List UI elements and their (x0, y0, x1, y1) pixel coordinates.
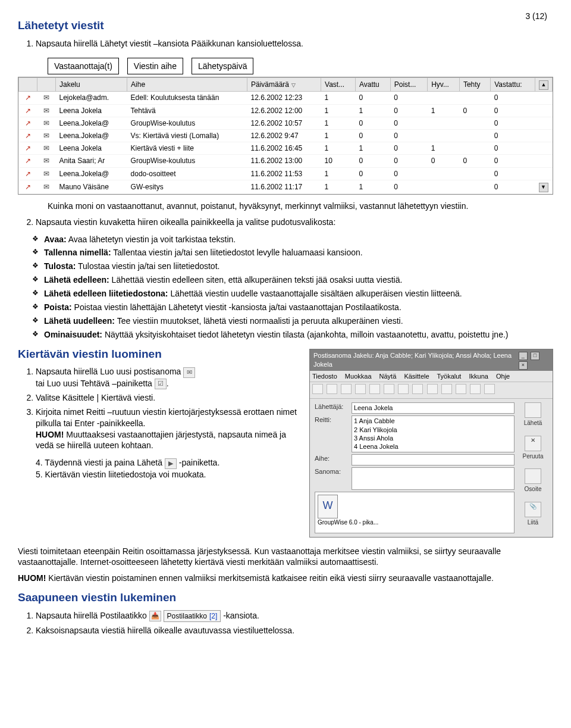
attachment-pane[interactable]: W GroupWise 6.0 - pika... (315, 492, 514, 533)
cell-tehty (459, 117, 490, 129)
table-row[interactable]: ↗✉Anita Saari; ArGroupWise-koulutus11.6.… (19, 155, 553, 167)
cell-tehty (459, 167, 490, 180)
close-icon[interactable]: × (519, 361, 528, 370)
attach-button[interactable]: 📎Liitä (525, 502, 541, 527)
grid-col-avattu[interactable]: Avattu (355, 78, 390, 92)
grid-col-jakelu[interactable]: Jakelu (56, 78, 127, 92)
bullet-desc: Poistaa viestin lähettäjän Lähetetyt vie… (72, 302, 401, 312)
grid-col-vast[interactable]: Vast... (321, 78, 356, 92)
grid-col-hyv[interactable]: Hyv... (428, 78, 460, 92)
toolbar-icon[interactable] (384, 384, 394, 394)
menu-window[interactable]: Ikkuna (469, 373, 488, 380)
rotating-note-label: HUOM! (18, 573, 46, 583)
toolbar-icon[interactable] (398, 384, 409, 394)
table-row[interactable]: ↗✉Mauno VäisäneGW-esitys11.6.2002 11:171… (19, 180, 553, 193)
send-icon (525, 402, 541, 418)
cell-poist: 0 (390, 142, 427, 155)
cell-tehty: 0 (459, 104, 490, 117)
grid-col-vastattu[interactable]: Vastattu: (491, 78, 535, 92)
scroll-down-icon[interactable]: ▼ (539, 183, 548, 192)
menu-file[interactable]: Tiedosto (312, 373, 337, 380)
table-row[interactable]: ↗✉Leena.Jokela@GroupWise-koulutus12.6.20… (19, 117, 553, 129)
menu-edit[interactable]: Muokkaa (345, 373, 372, 380)
route-field[interactable]: 1 Anja Cabble 2 Kari Ylikojola 3 Anssi A… (352, 415, 514, 452)
toolbar-icon[interactable] (341, 384, 352, 394)
sent-between-text: Kuinka moni on vastaanottanut, avannut, … (48, 201, 553, 212)
menu-tools[interactable]: Työkalut (437, 373, 461, 380)
send-toolbar-icon[interactable]: ▶ (165, 458, 177, 469)
cell-date: 12.6.2002 12:23 (247, 92, 321, 104)
grid-header-row: Jakelu Aihe Päivämäärä▽ Vast... Avattu P… (19, 78, 553, 92)
scroll-up-icon[interactable]: ▲ (539, 80, 548, 90)
send-button[interactable]: Lähetä (524, 402, 542, 427)
new-task-icon[interactable]: ☑ (155, 379, 167, 389)
cell-avattu: 0 (355, 92, 390, 104)
cell-hyv: 1 (428, 142, 460, 155)
attachment-file-icon[interactable]: W (318, 495, 338, 518)
row-status-icon: ↗ (19, 104, 37, 117)
toolbar-icon[interactable] (484, 384, 495, 394)
bullet-term: Ominaisuudet: (44, 330, 102, 339)
address-button[interactable]: Osoite (525, 468, 542, 493)
table-row[interactable]: ↗✉Leena.Jokela@Vs: Kiertävä viesti (Loma… (19, 129, 553, 142)
toolbar-icon[interactable] (456, 384, 466, 394)
toolbar-icon[interactable] (327, 384, 337, 394)
menu-help[interactable]: Ohje (496, 373, 510, 380)
route-item[interactable]: 4 Leena Jokela (354, 442, 512, 451)
cell-jakelu: Leena.Jokela@ (56, 117, 127, 129)
table-row[interactable]: ↗✉Leena JokelaTehtävä12.6.2002 12:001101… (19, 104, 553, 117)
rotating-step-3-note-label: HUOM! (36, 430, 64, 439)
route-item[interactable]: 3 Anssi Ahola (354, 434, 512, 442)
grid-col-tehty[interactable]: Tehty (459, 78, 490, 92)
attach-icon: 📎 (525, 502, 541, 517)
mailbox-button[interactable]: Postilaatikko [2] (164, 610, 221, 622)
cell-tehty (459, 180, 490, 193)
toolbar-icon[interactable] (369, 384, 380, 394)
toolbar-icon[interactable] (470, 384, 481, 394)
compose-titlebar: Postisanoma Jakelu: Anja Cabble; Kari Yl… (310, 349, 553, 371)
toolbar-icon[interactable] (412, 384, 423, 394)
table-row[interactable]: ↗✉Leena.Jokela@dodo-osoitteet11.6.2002 1… (19, 167, 553, 180)
rotating-step-1c: . (167, 379, 169, 388)
subject-field[interactable] (352, 454, 514, 465)
cell-vast: 1 (321, 129, 356, 142)
cell-vast: 1 (321, 142, 356, 155)
toolbar-icon[interactable] (355, 384, 366, 394)
mailbox-folder-icon[interactable]: 📥 (149, 611, 161, 621)
toolbar-icon[interactable] (441, 384, 452, 394)
cancel-button[interactable]: ✕Peruuta (522, 436, 543, 461)
route-item[interactable]: 1 Anja Cabble (354, 417, 512, 425)
row-status-icon: ↗ (19, 167, 37, 180)
cell-avattu: 0 (355, 117, 390, 129)
grid-col-aihe[interactable]: Aihe (127, 78, 247, 92)
menu-handle[interactable]: Käsittele (404, 373, 429, 380)
bullet-desc: Näyttää yksityiskohtaiset tiedot lähetet… (102, 330, 508, 339)
rotating-note-para1: Viesti toimitetaan eteenpäin Reitin osoi… (18, 546, 553, 568)
toolbar-icon[interactable] (427, 384, 438, 394)
reading-step-1a: Napsauta hiirellä Postilaatikko (36, 611, 149, 620)
cell-aihe: GroupWise-koulutus (127, 117, 247, 129)
cell-avattu: 1 (355, 142, 390, 155)
cell-aihe: dodo-osoitteet (127, 167, 247, 180)
cell-date: 11.6.2002 13:00 (247, 155, 321, 167)
page-number: 3 (12) (525, 11, 547, 22)
maximize-icon[interactable]: □ (531, 352, 539, 360)
menu-view[interactable]: Näytä (379, 373, 397, 380)
message-field[interactable] (352, 467, 514, 490)
new-mail-icon[interactable]: ✉ (183, 367, 195, 378)
bullet-term: Poista: (44, 302, 72, 312)
grid-col-poist[interactable]: Poist... (390, 78, 427, 92)
cell-date: 11.6.2002 11:17 (247, 180, 321, 193)
toolbar-icon[interactable] (312, 384, 323, 394)
route-item[interactable]: 2 Kari Ylikojola (354, 426, 512, 434)
row-type-icon: ✉ (37, 142, 56, 155)
cell-avattu: 0 (355, 155, 390, 167)
grid-col-date[interactable]: Päivämäärä▽ (247, 78, 321, 92)
table-row[interactable]: ↗✉Lejokela@adm.Edell: Koulutuksesta tänä… (19, 92, 553, 104)
context-menu-item: Poista: Poistaa viestin lähettäjän Lähet… (32, 302, 553, 313)
sent-step-1-text: Napsauta hiirellä Lähetyt viestit –kansi… (36, 39, 303, 48)
sent-items-grid: Jakelu Aihe Päivämäärä▽ Vast... Avattu P… (18, 77, 553, 194)
table-row[interactable]: ↗✉Leena JokelaKiertävä viesti + liite11.… (19, 142, 553, 155)
rotating-note-text: Kiertävän viestin poistaminen ennen valm… (46, 573, 493, 583)
minimize-icon[interactable]: _ (519, 352, 528, 360)
